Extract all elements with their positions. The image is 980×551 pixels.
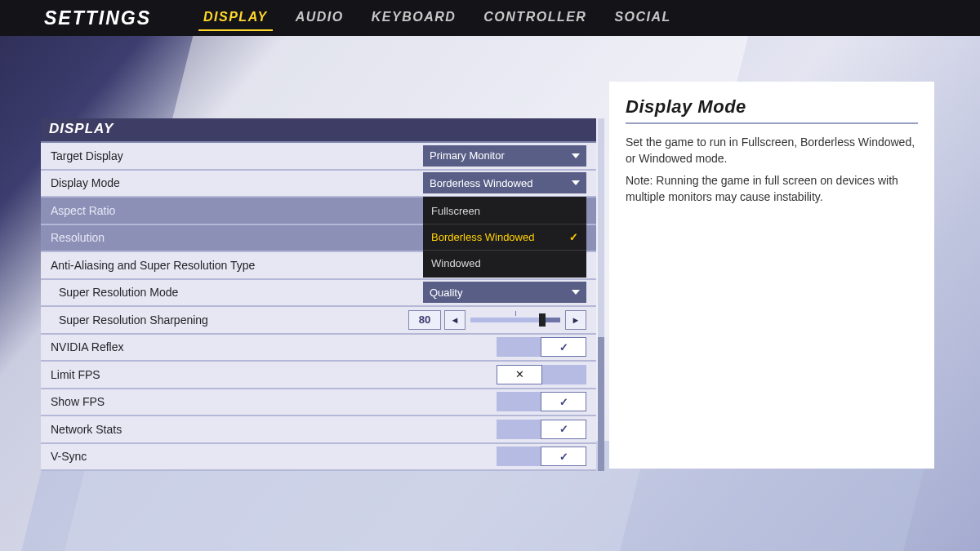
toggle-on-half: ✓ [541, 447, 586, 466]
row-label: Display Mode [51, 176, 120, 189]
slider-track[interactable] [470, 318, 560, 322]
chevron-down-icon [572, 290, 580, 295]
row-label: Aspect Ratio [51, 204, 115, 217]
slider-decrement[interactable]: ◄ [444, 310, 466, 330]
top-bar: SETTINGS DISPLAY AUDIO KEYBOARD CONTROLL… [0, 0, 980, 36]
check-icon: ✓ [559, 423, 568, 435]
toggle-off-half [497, 337, 541, 357]
tab-audio[interactable]: AUDIO [292, 10, 347, 26]
toggle-off-half [497, 392, 541, 411]
tab-controller[interactable]: CONTROLLER [480, 10, 590, 26]
slider-default-tick [515, 311, 516, 316]
check-icon: ✓ [559, 451, 568, 463]
info-body: Note: Running the game in full screen on… [626, 172, 918, 206]
slider-sr-sharpening: 80 ◄ ► [408, 310, 586, 330]
row-label: Anti-Aliasing and Super Resolution Type [51, 259, 255, 272]
dropdown-option[interactable]: Windowed [423, 251, 586, 276]
toggle-on-half [542, 365, 586, 384]
row-label: Show FPS [51, 395, 105, 408]
chevron-down-icon [572, 153, 580, 158]
row-label: Network Stats [51, 423, 122, 436]
tab-strip: DISPLAY AUDIO KEYBOARD CONTROLLER SOCIAL [200, 10, 675, 26]
settings-list: Target Display Primary Monitor Display M… [41, 141, 596, 471]
check-icon: ✓ [569, 231, 578, 243]
row-target-display: Target Display Primary Monitor [41, 143, 596, 171]
scrollbar-thumb[interactable] [598, 118, 604, 337]
option-label: Windowed [431, 257, 481, 269]
row-show-fps: Show FPS ✓ [41, 389, 596, 417]
option-label: Borderless Windowed [431, 231, 534, 243]
dropdown-target-display[interactable]: Primary Monitor [423, 145, 586, 167]
toggle-on-half: ✓ [541, 420, 586, 439]
dropdown-list-display-mode: Fullscreen Borderless Windowed ✓ Windowe… [423, 197, 586, 278]
slider-thumb[interactable] [539, 313, 546, 327]
row-limit-fps: Limit FPS ✕ [41, 362, 596, 389]
toggle-off-half [497, 447, 541, 466]
toggle-off-half: ✕ [497, 365, 542, 384]
row-label: Limit FPS [51, 368, 100, 381]
slider-value: 80 [408, 310, 441, 330]
dropdown-display-mode[interactable]: Borderless Windowed [423, 172, 586, 193]
row-vsync: V-Sync ✓ [41, 444, 596, 472]
row-label: Super Resolution Mode [51, 286, 178, 299]
toggle-vsync[interactable]: ✓ [497, 447, 586, 466]
section-header: DISPLAY [41, 118, 596, 141]
slider-fill [470, 318, 542, 322]
check-icon: ✓ [559, 341, 568, 353]
row-sr-mode: Super Resolution Mode Quality [41, 280, 596, 308]
scrollbar[interactable] [598, 118, 604, 471]
dropdown-value: Borderless Windowed [430, 177, 532, 189]
row-label: NVIDIA Reflex [51, 340, 123, 353]
dropdown-value: Primary Monitor [430, 149, 505, 162]
slider-increment[interactable]: ► [565, 310, 586, 330]
row-label: Resolution [51, 231, 105, 244]
toggle-show-fps[interactable]: ✓ [497, 392, 586, 411]
x-icon: ✕ [515, 368, 524, 380]
row-label: V-Sync [51, 450, 87, 463]
info-panel: Display Mode Set the game to run in Full… [609, 82, 934, 469]
dropdown-sr-mode[interactable]: Quality [423, 282, 586, 303]
settings-panel: DISPLAY Target Display Primary Monitor D… [41, 118, 596, 471]
chevron-down-icon [572, 180, 580, 185]
row-sr-sharpening: Super Resolution Sharpening 80 ◄ ► [41, 307, 596, 335]
row-label: Target Display [51, 149, 123, 162]
dropdown-value: Quality [430, 287, 462, 299]
dropdown-option[interactable]: Borderless Windowed ✓ [423, 224, 586, 251]
toggle-limit-fps[interactable]: ✕ [497, 365, 586, 384]
dropdown-option[interactable]: Fullscreen [423, 198, 586, 224]
row-label: Super Resolution Sharpening [51, 313, 208, 327]
tab-social[interactable]: SOCIAL [611, 10, 674, 26]
tab-keyboard[interactable]: KEYBOARD [368, 10, 460, 26]
option-label: Fullscreen [431, 205, 480, 217]
toggle-network-stats[interactable]: ✓ [497, 420, 586, 439]
row-display-mode: Display Mode Borderless Windowed Fullscr… [41, 171, 596, 198]
info-title: Display Mode [626, 96, 918, 124]
toggle-on-half: ✓ [541, 337, 586, 357]
tab-display[interactable]: DISPLAY [200, 10, 271, 26]
toggle-on-half: ✓ [541, 392, 586, 411]
row-nvidia-reflex: NVIDIA Reflex ✓ [41, 335, 596, 362]
page-title: SETTINGS [44, 7, 151, 29]
toggle-off-half [497, 420, 541, 439]
info-body: Set the game to run in Fullscreen, Borde… [626, 134, 918, 167]
check-icon: ✓ [559, 396, 568, 408]
row-network-stats: Network Stats ✓ [41, 416, 596, 444]
toggle-nvidia-reflex[interactable]: ✓ [497, 337, 586, 357]
